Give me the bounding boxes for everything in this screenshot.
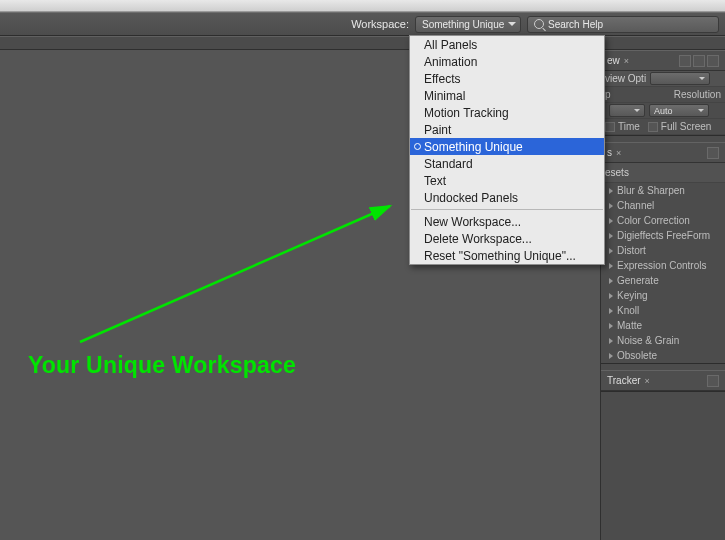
fullscreen-checkbox[interactable]: [648, 122, 658, 132]
workspace-menu-action[interactable]: Delete Workspace...: [410, 230, 604, 247]
effect-category[interactable]: Distort: [601, 243, 725, 258]
workspace-menu-item[interactable]: Something Unique: [410, 138, 604, 155]
workspace-menu-item[interactable]: Undocked Panels: [410, 189, 604, 206]
workspace-label: Workspace:: [351, 18, 409, 30]
panel-menu-icon[interactable]: [707, 55, 719, 67]
twirl-icon: [609, 218, 613, 224]
panel-menu-icon[interactable]: [707, 375, 719, 387]
twirl-icon: [609, 233, 613, 239]
search-help-input[interactable]: Search Help: [527, 16, 719, 33]
close-icon[interactable]: ×: [616, 148, 621, 158]
app-toolbar: Workspace: Something Unique Search Help: [0, 12, 725, 36]
resolution-select[interactable]: Auto: [649, 104, 709, 117]
window-titlebar: [0, 0, 725, 12]
right-dock: ew × view Opti pResolution Auto TimeFull…: [601, 50, 725, 540]
effect-category[interactable]: Noise & Grain: [601, 333, 725, 348]
effects-panel: s × esets Blur & SharpenChannelColor Cor…: [601, 142, 725, 364]
effect-category[interactable]: Matte: [601, 318, 725, 333]
presets-header: esets: [605, 167, 629, 178]
resolution-label: Resolution: [674, 89, 721, 100]
annotation-arrow: [70, 192, 410, 362]
tab-strip: [0, 36, 725, 50]
effects-tab[interactable]: s: [607, 147, 612, 158]
panel-menu-icon[interactable]: [707, 147, 719, 159]
effect-category[interactable]: Knoll: [601, 303, 725, 318]
effect-category[interactable]: Channel: [601, 198, 725, 213]
annotation-text: Your Unique Workspace: [28, 352, 296, 379]
twirl-icon: [609, 353, 613, 359]
twirl-icon: [609, 248, 613, 254]
effect-category[interactable]: Color Correction: [601, 213, 725, 228]
twirl-icon: [609, 308, 613, 314]
workspace-menu-item[interactable]: Text: [410, 172, 604, 189]
workspace-menu-action[interactable]: Reset "Something Unique"...: [410, 247, 604, 264]
time-label: Time: [618, 121, 640, 132]
tracker-tab[interactable]: Tracker: [607, 375, 641, 386]
workspace-menu-item[interactable]: Effects: [410, 70, 604, 87]
panel-menu-icon[interactable]: [693, 55, 705, 67]
twirl-icon: [609, 263, 613, 269]
menu-separator: [411, 209, 603, 210]
workspace-menu-action[interactable]: New Workspace...: [410, 213, 604, 230]
workspace-menu-item[interactable]: Motion Tracking: [410, 104, 604, 121]
view-options-label: view Opti: [605, 73, 646, 84]
twirl-icon: [609, 278, 613, 284]
svg-line-0: [80, 206, 390, 342]
search-icon: [534, 19, 544, 29]
panel-menu-icon[interactable]: [679, 55, 691, 67]
close-icon[interactable]: ×: [624, 56, 629, 66]
effect-category[interactable]: Generate: [601, 273, 725, 288]
tracker-panel: Tracker ×: [601, 370, 725, 392]
twirl-icon: [609, 188, 613, 194]
fullscreen-label: Full Screen: [661, 121, 712, 132]
preview-tab[interactable]: ew: [607, 55, 620, 66]
select-small[interactable]: [609, 104, 645, 117]
workspace-menu-item[interactable]: Animation: [410, 53, 604, 70]
view-options-select[interactable]: [650, 72, 710, 85]
preview-panel: ew × view Opti pResolution Auto TimeFull…: [601, 50, 725, 136]
twirl-icon: [609, 338, 613, 344]
search-placeholder: Search Help: [548, 19, 603, 30]
workspace-dropdown-value: Something Unique: [422, 19, 504, 30]
twirl-icon: [609, 293, 613, 299]
workspace-menu-item[interactable]: Standard: [410, 155, 604, 172]
twirl-icon: [609, 323, 613, 329]
effect-category[interactable]: Obsolete: [601, 348, 725, 363]
workspace-menu: All PanelsAnimationEffectsMinimalMotion …: [409, 35, 605, 265]
workspace-menu-item[interactable]: Minimal: [410, 87, 604, 104]
chevron-down-icon: [508, 22, 516, 26]
effect-category[interactable]: Blur & Sharpen: [601, 183, 725, 198]
time-checkbox[interactable]: [605, 122, 615, 132]
effect-category[interactable]: Expression Controls: [601, 258, 725, 273]
workspace-menu-item[interactable]: Paint: [410, 121, 604, 138]
twirl-icon: [609, 203, 613, 209]
workspace-menu-item[interactable]: All Panels: [410, 36, 604, 53]
effect-category[interactable]: Keying: [601, 288, 725, 303]
row-label: p: [605, 89, 611, 100]
close-icon[interactable]: ×: [645, 376, 650, 386]
effect-category[interactable]: Digieffects FreeForm: [601, 228, 725, 243]
workspace-dropdown[interactable]: Something Unique: [415, 16, 521, 33]
